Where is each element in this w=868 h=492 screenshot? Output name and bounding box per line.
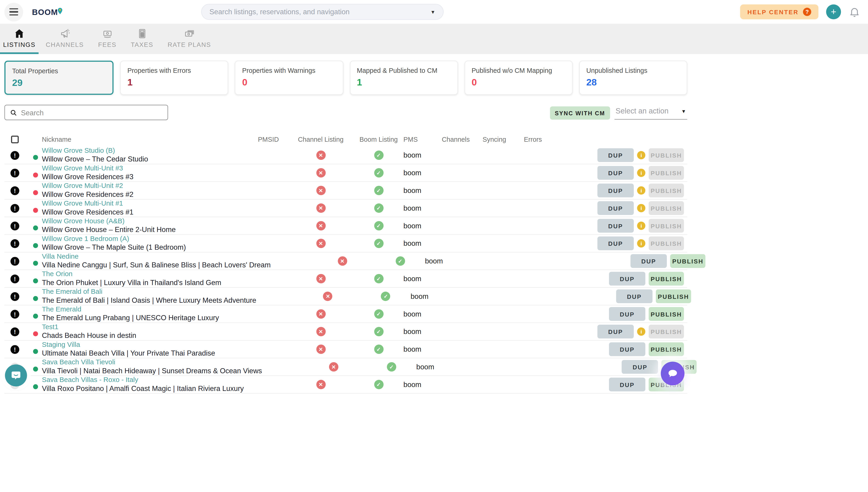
chevron-down-icon[interactable]: ▼ — [431, 9, 435, 15]
chevron-down-icon: ▼ — [681, 108, 686, 114]
warning-info-icon[interactable]: i — [637, 204, 645, 212]
select-all-checkbox[interactable] — [11, 136, 19, 143]
help-center-button[interactable]: HELP CENTER ? — [740, 4, 818, 19]
warning-info-icon[interactable]: i — [637, 239, 645, 248]
chat-launcher-purple[interactable] — [661, 362, 685, 385]
dup-button[interactable]: DUP — [622, 360, 658, 374]
summary-card[interactable]: Published w/o CM Mapping 0 — [464, 60, 572, 95]
listing-link[interactable]: Willow Grove Studio (B) — [42, 147, 249, 155]
alert-icon[interactable]: ! — [10, 221, 19, 230]
listing-link[interactable]: The Orion — [42, 270, 249, 278]
publish-button[interactable]: PUBLISH — [649, 325, 684, 339]
warning-info-icon[interactable]: i — [637, 169, 645, 177]
row-actions: DUP i PUBLISH — [552, 183, 687, 197]
alert-icon[interactable]: ! — [10, 151, 19, 159]
listing-link[interactable]: The Emerald — [42, 305, 249, 314]
dup-button[interactable]: DUP — [609, 342, 645, 356]
listing-link[interactable]: Sava Beach Villas - Roxo - Italy — [42, 376, 249, 384]
listing-link[interactable]: Willow Grove Multi-Unit #3 — [42, 164, 249, 172]
pms-value: boom — [404, 222, 436, 230]
listing-link[interactable]: Willow Grove House (A&B) — [42, 217, 249, 225]
menu-icon[interactable] — [4, 2, 23, 21]
dup-button[interactable]: DUP — [597, 201, 634, 215]
status-dot — [33, 367, 38, 372]
summary-card[interactable]: Properties with Warnings 0 — [235, 60, 343, 95]
summary-card[interactable]: Properties with Errors 1 — [120, 60, 228, 95]
col-syncing: Syncing — [475, 136, 514, 143]
dup-button[interactable]: DUP — [597, 183, 634, 197]
publish-button[interactable]: PUBLISH — [649, 307, 684, 321]
search-input[interactable]: Search — [4, 105, 168, 120]
table-toolbar: Search SYNC WITH CM Select an action ▼ — [4, 105, 687, 120]
alert-icon[interactable]: ! — [10, 239, 19, 248]
module-tabs: LISTINGS CHANNELS FEES TAXES RATE PLANS — [0, 24, 868, 54]
summary-card[interactable]: Mapped & Published to CM 1 — [350, 60, 458, 95]
tab-taxes[interactable]: TAXES — [124, 24, 160, 54]
publish-button[interactable]: PUBLISH — [649, 342, 684, 356]
alert-icon[interactable]: ! — [10, 204, 19, 213]
publish-button[interactable]: PUBLISH — [649, 148, 684, 162]
warning-info-icon[interactable]: i — [637, 186, 645, 195]
tab-listings[interactable]: LISTINGS — [0, 24, 39, 54]
listing-link[interactable]: Willow Grove Multi-Unit #1 — [42, 200, 249, 207]
listing-link[interactable]: Willow Grove 1 Bedroom (A) — [42, 235, 249, 243]
publish-button[interactable]: PUBLISH — [649, 237, 684, 250]
publish-button[interactable]: PUBLISH — [656, 289, 691, 303]
dup-button[interactable]: DUP — [597, 166, 634, 180]
publish-button[interactable]: PUBLISH — [649, 272, 684, 286]
warning-info-icon[interactable]: i — [637, 327, 645, 336]
alert-icon[interactable]: ! — [10, 310, 19, 318]
boom-listing-ok-icon: ✓ — [387, 362, 396, 372]
toolbar-actions: SYNC WITH CM Select an action ▼ — [550, 105, 687, 119]
alert-icon[interactable]: ! — [10, 274, 19, 283]
publish-button[interactable]: PUBLISH — [649, 166, 684, 180]
alert-icon[interactable]: ! — [10, 186, 19, 195]
warning-info-icon[interactable]: i — [637, 151, 645, 159]
search-placeholder: Search — [21, 108, 44, 117]
col-channels: Channels — [436, 136, 475, 143]
topbar-actions: HELP CENTER ? + — [740, 4, 861, 19]
listing-description: Villa Nedine Canggu | Surf, Sun & Baline… — [42, 262, 271, 270]
summary-card[interactable]: Unpublished Listings 28 — [579, 60, 687, 95]
tab-rate-plans[interactable]: RATE PLANS — [160, 24, 218, 54]
alert-icon[interactable]: ! — [10, 256, 19, 265]
alert-icon[interactable]: ! — [10, 327, 19, 336]
listing-link[interactable]: Test1 — [42, 323, 249, 331]
publish-button[interactable]: PUBLISH — [670, 254, 706, 268]
col-nickname: Nickname — [42, 136, 249, 143]
publish-button[interactable]: PUBLISH — [649, 219, 684, 233]
summary-card[interactable]: Total Properties 29 — [4, 60, 114, 95]
global-search-input[interactable]: Search listings, reservations, and navig… — [201, 4, 444, 20]
chat-launcher-teal[interactable] — [5, 364, 27, 386]
notifications-bell-icon[interactable] — [849, 6, 860, 18]
dup-button[interactable]: DUP — [609, 272, 645, 286]
pms-value: boom — [404, 169, 436, 177]
dup-button[interactable]: DUP — [609, 377, 645, 391]
listing-link[interactable]: Staging Villa — [42, 341, 249, 349]
dup-button[interactable]: DUP — [609, 307, 645, 321]
dup-button[interactable]: DUP — [597, 148, 634, 162]
alert-icon[interactable]: ! — [10, 345, 19, 353]
dup-button[interactable]: DUP — [597, 219, 634, 233]
alert-icon[interactable]: ! — [10, 292, 19, 301]
boom-listing-ok-icon: ✓ — [374, 168, 383, 177]
dup-button[interactable]: DUP — [597, 325, 634, 339]
row-actions: DUP i PUBLISH — [552, 307, 687, 321]
dup-button[interactable]: DUP — [631, 254, 667, 268]
publish-button[interactable]: PUBLISH — [649, 183, 684, 197]
listing-link[interactable]: The Emerald of Bali — [42, 288, 256, 296]
warning-info-icon[interactable]: i — [637, 222, 645, 230]
add-button[interactable]: + — [826, 4, 841, 19]
tab-fees[interactable]: FEES — [91, 24, 124, 54]
listing-link[interactable]: Willow Grove Multi-Unit #2 — [42, 182, 249, 190]
sync-with-cm-button[interactable]: SYNC WITH CM — [550, 106, 610, 120]
tab-channels[interactable]: CHANNELS — [39, 24, 91, 54]
action-select[interactable]: Select an action ▼ — [614, 105, 687, 119]
table-row: ! Willow Grove Multi-Unit #3 Willow Grov… — [4, 164, 687, 182]
alert-icon[interactable]: ! — [10, 168, 19, 177]
listing-link[interactable]: Sava Beach Villa Tievoli — [42, 358, 262, 366]
dup-button[interactable]: DUP — [616, 289, 653, 303]
listing-link[interactable]: Villa Nedine — [42, 252, 271, 261]
publish-button[interactable]: PUBLISH — [649, 201, 684, 215]
dup-button[interactable]: DUP — [597, 237, 634, 250]
